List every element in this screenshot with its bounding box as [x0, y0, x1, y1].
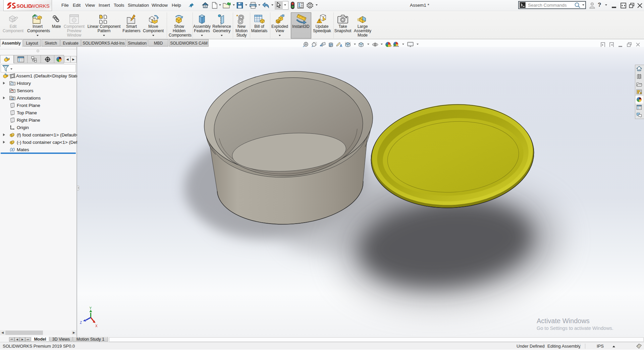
- svg-text:A: A: [11, 97, 13, 100]
- svg-text:X: X: [95, 324, 98, 328]
- svg-text:Z: Z: [80, 321, 82, 325]
- svg-text:SOLID: SOLID: [16, 3, 32, 9]
- svg-text:!: !: [319, 19, 320, 23]
- svg-text:WORKS: WORKS: [31, 3, 50, 9]
- svg-text:Y: Y: [90, 306, 92, 310]
